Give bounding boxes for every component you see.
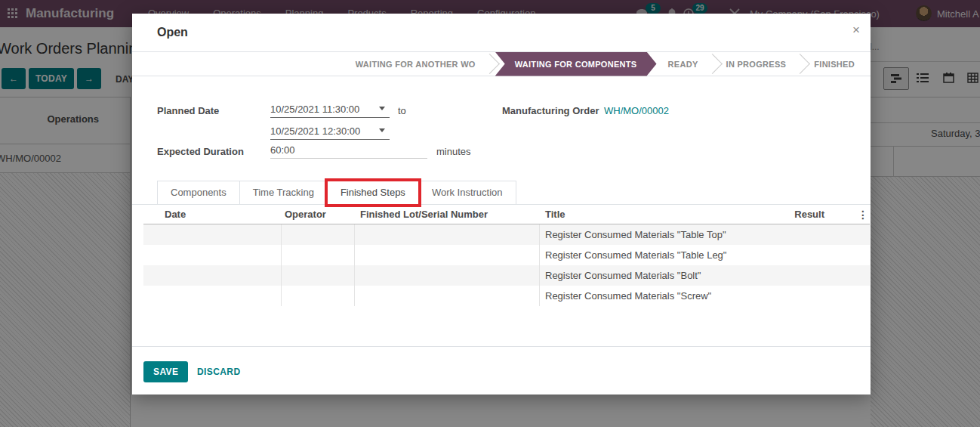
tab-components[interactable]: Components — [157, 181, 240, 205]
cell-lot[interactable] — [355, 245, 540, 265]
header-result[interactable]: Result — [789, 209, 832, 220]
optional-columns-icon[interactable]: ⋮ — [858, 209, 868, 221]
tab-time-tracking[interactable]: Time Tracking — [239, 181, 328, 205]
expected-duration-label: Expected Duration — [157, 146, 244, 157]
table-row[interactable]: Register Consumed Materials "Bolt" — [143, 265, 870, 286]
cell-date[interactable] — [143, 265, 282, 286]
cell-lot[interactable] — [355, 224, 540, 245]
expected-duration-input[interactable]: 60:00 — [270, 144, 427, 159]
planned-date-label: Planned Date — [157, 105, 219, 116]
header-operator[interactable]: Operator — [282, 209, 355, 220]
stage-in-progress[interactable]: IN PROGRESS — [726, 60, 787, 69]
header-lot-serial[interactable]: Finished Lot/Serial Number — [355, 209, 540, 220]
finished-steps-table: Date Operator Finished Lot/Serial Number… — [143, 205, 870, 306]
table-row[interactable]: Register Consumed Materials "Table Leg" — [143, 245, 870, 265]
manufacturing-order-link[interactable]: WH/MO/00002 — [604, 105, 669, 116]
cell-operator[interactable] — [282, 224, 355, 245]
cell-title[interactable]: Register Consumed Materials "Table Leg" — [540, 249, 789, 261]
caret-down-icon[interactable] — [379, 128, 385, 132]
save-button[interactable]: SAVE — [143, 361, 188, 382]
planned-date-start-input[interactable]: 10/25/2021 11:30:00 — [270, 104, 390, 118]
dialog-footer: SAVE DISCARD — [132, 346, 871, 395]
table-row[interactable]: Register Consumed Materials "Screw" — [143, 286, 870, 306]
cell-title[interactable]: Register Consumed Materials "Screw" — [540, 290, 789, 302]
tab-finished-steps[interactable]: Finished Steps — [327, 181, 419, 205]
cell-lot[interactable] — [355, 286, 540, 306]
manufacturing-order-label: Manufacturing Order — [502, 105, 599, 116]
notebook-tabs: Components Time Tracking Finished Steps … — [132, 181, 871, 205]
planned-date-end-input[interactable]: 10/25/2021 12:30:00 — [270, 125, 390, 140]
cell-title[interactable]: Register Consumed Materials "Table Top" — [540, 229, 789, 240]
cell-operator[interactable] — [282, 265, 355, 286]
screen: Manufacturing Overview Operations Planni… — [0, 0, 980, 427]
close-icon[interactable]: × — [852, 23, 860, 38]
stage-finished[interactable]: FINISHED — [814, 60, 855, 69]
cell-date[interactable] — [143, 245, 282, 265]
table-header-row: Date Operator Finished Lot/Serial Number… — [143, 205, 870, 224]
duration-unit-label: minutes — [436, 146, 471, 157]
cell-date[interactable] — [143, 224, 282, 245]
to-label: to — [398, 105, 406, 116]
stage-ready[interactable]: READY — [668, 60, 698, 69]
cell-operator[interactable] — [282, 245, 355, 265]
chevron-right-icon — [790, 54, 810, 74]
cell-date[interactable] — [143, 286, 282, 306]
stage-waiting-another-wo[interactable]: WAITING FOR ANOTHER WO — [356, 60, 476, 69]
planned-date-end-value: 10/25/2021 12:30:00 — [270, 125, 360, 137]
stage-waiting-components-active[interactable]: WAITING FOR COMPONENTS — [495, 52, 657, 76]
header-title[interactable]: Title — [540, 209, 789, 220]
open-work-order-dialog: Open × WAITING FOR ANOTHER WO WAITING FO… — [132, 14, 871, 395]
tab-work-instruction[interactable]: Work Instruction — [418, 181, 516, 205]
expected-duration-value: 60:00 — [270, 144, 295, 156]
caret-down-icon[interactable] — [379, 107, 385, 110]
header-date[interactable]: Date — [143, 209, 282, 220]
cell-operator[interactable] — [282, 286, 355, 306]
discard-button[interactable]: DISCARD — [197, 367, 240, 377]
statusbar: WAITING FOR ANOTHER WO WAITING FOR COMPO… — [132, 52, 871, 76]
table-row[interactable]: Register Consumed Materials "Table Top" — [143, 224, 870, 245]
dialog-title: Open — [157, 26, 188, 39]
cell-title[interactable]: Register Consumed Materials "Bolt" — [540, 270, 789, 281]
chevron-right-icon — [702, 54, 723, 74]
planned-date-start-value: 10/25/2021 11:30:00 — [270, 104, 359, 115]
cell-lot[interactable] — [355, 265, 540, 286]
chevron-right-icon — [479, 54, 500, 74]
